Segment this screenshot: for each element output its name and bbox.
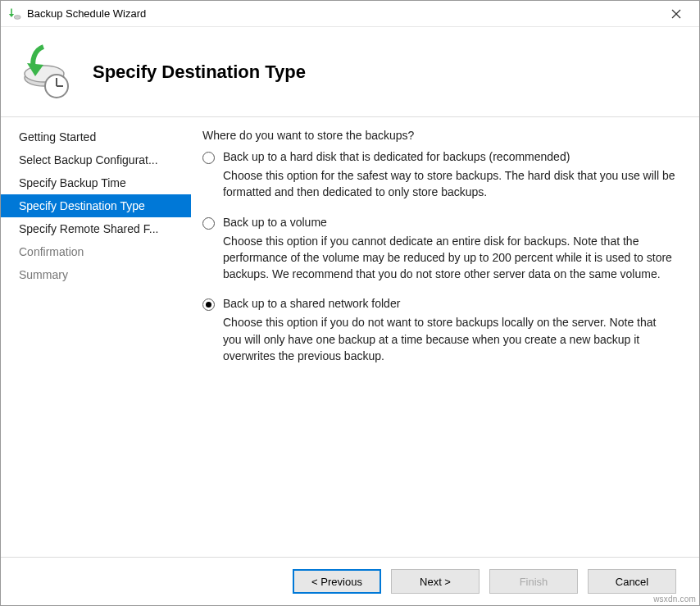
next-button[interactable]: Next > — [391, 569, 480, 594]
step-select-backup-config[interactable]: Select Backup Configurat... — [1, 148, 191, 171]
step-specify-destination-type[interactable]: Specify Destination Type — [1, 194, 191, 217]
header-band: Specify Destination Type — [1, 27, 699, 117]
radio-dedicated-disk[interactable] — [202, 152, 215, 164]
option-label: Back up to a volume — [223, 216, 327, 229]
wizard-content: Where do you want to store the backups? … — [191, 117, 699, 557]
option-dedicated-disk[interactable]: Back up to a hard disk that is dedicated… — [202, 150, 676, 164]
watermark: wsxdn.com — [653, 595, 696, 604]
radio-volume[interactable] — [202, 217, 215, 230]
app-icon — [7, 7, 22, 21]
option-label: Back up to a hard disk that is dedicated… — [223, 150, 570, 163]
cancel-button[interactable]: Cancel — [588, 569, 676, 594]
option-network-folder[interactable]: Back up to a shared network folder — [202, 297, 676, 311]
wizard-footer: < Previous Next > Finish Cancel — [1, 557, 699, 605]
option-description: Choose this option if you cannot dedicat… — [223, 233, 676, 283]
window-title: Backup Schedule Wizard — [27, 7, 660, 20]
wizard-steps-sidebar: Getting Started Select Backup Configurat… — [1, 117, 191, 557]
prompt-text: Where do you want to store the backups? — [202, 129, 676, 142]
wizard-window: Backup Schedule Wizard Specify Destinati… — [0, 0, 700, 606]
page-title: Specify Destination Type — [93, 62, 306, 83]
radio-network-folder[interactable] — [202, 298, 215, 311]
step-confirmation: Confirmation — [1, 240, 191, 263]
step-getting-started[interactable]: Getting Started — [1, 125, 191, 148]
close-button[interactable] — [660, 2, 693, 26]
option-description: Choose this option for the safest way to… — [223, 167, 676, 201]
step-summary: Summary — [1, 263, 191, 286]
finish-button: Finish — [489, 569, 578, 594]
option-volume[interactable]: Back up to a volume — [202, 216, 676, 230]
titlebar: Backup Schedule Wizard — [1, 1, 699, 27]
wizard-body: Getting Started Select Backup Configurat… — [1, 117, 699, 557]
svg-point-0 — [14, 15, 20, 19]
previous-button[interactable]: < Previous — [293, 569, 381, 594]
step-specify-remote-shared-folder[interactable]: Specify Remote Shared F... — [1, 217, 191, 240]
backup-schedule-icon — [17, 43, 75, 101]
step-specify-backup-time[interactable]: Specify Backup Time — [1, 171, 191, 194]
option-label: Back up to a shared network folder — [223, 297, 400, 310]
option-description: Choose this option if you do not want to… — [223, 314, 676, 364]
